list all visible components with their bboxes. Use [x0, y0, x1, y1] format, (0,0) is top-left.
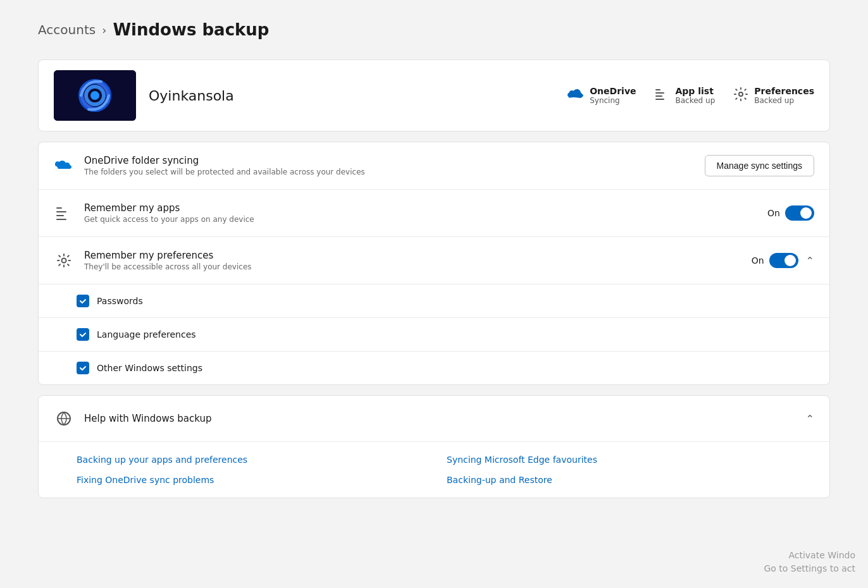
preferences-chevron-icon[interactable]: ⌃	[806, 255, 814, 267]
help-link-2[interactable]: Fixing OneDrive sync problems	[77, 475, 421, 485]
preferences-toggle-label: On	[752, 255, 764, 266]
other-settings-label: Other Windows settings	[97, 363, 202, 373]
onedrive-label: OneDrive	[590, 86, 636, 96]
breadcrumb-current: Windows backup	[113, 20, 269, 39]
onedrive-setting-icon	[54, 156, 74, 176]
preferences-desc: They'll be accessible across all your de…	[84, 262, 741, 271]
preferences-toggle[interactable]	[769, 253, 798, 268]
manage-sync-button[interactable]: Manage sync settings	[705, 155, 814, 176]
help-links: Backing up your apps and preferences Syn…	[39, 442, 829, 498]
language-checkbox-row: Language preferences	[39, 318, 829, 352]
applist-status: App list Backed up	[655, 86, 716, 105]
svg-rect-11	[56, 215, 64, 216]
preferences-action: On ⌃	[752, 253, 814, 268]
svg-point-8	[739, 92, 743, 96]
passwords-checkbox-row: Passwords	[39, 285, 829, 318]
help-title: Help with Windows backup	[84, 413, 212, 424]
svg-rect-4	[655, 89, 660, 90]
help-icon	[54, 408, 74, 429]
apps-setting-row: Remember my apps Get quick access to you…	[39, 190, 829, 237]
help-chevron-icon[interactable]: ⌃	[806, 413, 814, 425]
onedrive-status-text: OneDrive Syncing	[590, 86, 636, 105]
applist-sub: Backed up	[676, 96, 716, 105]
watermark-line2: Go to Settings to act	[764, 562, 855, 575]
applist-icon	[655, 88, 669, 104]
preferences-title: Remember my preferences	[84, 250, 741, 261]
applist-status-text: App list Backed up	[676, 86, 716, 105]
apps-setting-text: Remember my apps Get quick access to you…	[84, 202, 757, 224]
svg-rect-9	[56, 207, 62, 209]
onedrive-setting-row: OneDrive folder syncing The folders you …	[39, 142, 829, 190]
svg-point-13	[62, 259, 66, 263]
preferences-sub: Backed up	[754, 96, 814, 105]
language-label: Language preferences	[97, 329, 196, 340]
onedrive-sub: Syncing	[590, 96, 636, 105]
apps-setting-icon	[54, 203, 74, 223]
profile-name: Oyinkansola	[149, 88, 554, 104]
preferences-icon	[734, 87, 748, 104]
activate-watermark: Activate Windo Go to Settings to act	[764, 549, 855, 575]
preferences-status-text: Preferences Backed up	[754, 86, 814, 105]
svg-rect-7	[655, 99, 664, 100]
onedrive-setting-text: OneDrive folder syncing The folders you …	[84, 155, 695, 176]
passwords-label: Passwords	[97, 296, 143, 306]
breadcrumb: Accounts › Windows backup	[38, 20, 830, 39]
help-header: Help with Windows backup ⌃	[39, 396, 829, 442]
svg-rect-5	[655, 92, 664, 94]
help-link-1[interactable]: Syncing Microsoft Edge favourites	[447, 455, 791, 465]
onedrive-title: OneDrive folder syncing	[84, 155, 695, 166]
backup-status-row: OneDrive Syncing App list Backed up	[567, 86, 814, 105]
svg-rect-6	[655, 95, 662, 97]
profile-header: Oyinkansola OneDrive Syncing	[38, 59, 830, 132]
applist-label: App list	[676, 86, 716, 96]
breadcrumb-accounts[interactable]: Accounts	[38, 22, 96, 37]
language-checkbox[interactable]	[77, 328, 89, 341]
watermark-line1: Activate Windo	[764, 549, 855, 562]
apps-action: On	[767, 205, 814, 221]
help-link-3[interactable]: Backing-up and Restore	[447, 475, 791, 485]
svg-point-3	[90, 91, 99, 100]
onedrive-desc: The folders you select will be protected…	[84, 168, 695, 176]
preferences-setting-icon	[54, 250, 74, 271]
other-settings-checkbox[interactable]	[77, 362, 89, 374]
help-section: Help with Windows backup ⌃ Backing up yo…	[38, 395, 830, 498]
other-settings-checkbox-row: Other Windows settings	[39, 352, 829, 384]
apps-toggle-label: On	[767, 208, 780, 218]
passwords-checkbox[interactable]	[77, 295, 89, 307]
avatar	[54, 70, 136, 121]
preferences-setting-row: Remember my preferences They'll be acces…	[39, 237, 829, 285]
help-link-0[interactable]: Backing up your apps and preferences	[77, 455, 421, 465]
breadcrumb-separator: ›	[102, 23, 106, 37]
onedrive-icon	[567, 88, 583, 104]
onedrive-action: Manage sync settings	[705, 155, 814, 176]
settings-sections: OneDrive folder syncing The folders you …	[38, 142, 830, 385]
preferences-label: Preferences	[754, 86, 814, 96]
svg-rect-10	[56, 211, 66, 212]
preferences-status: Preferences Backed up	[734, 86, 814, 105]
apps-toggle-wrapper: On	[767, 205, 814, 221]
preferences-setting-text: Remember my preferences They'll be acces…	[84, 250, 741, 271]
apps-toggle[interactable]	[785, 205, 814, 221]
apps-desc: Get quick access to your apps on any dev…	[84, 215, 757, 224]
svg-rect-12	[56, 219, 66, 220]
preferences-toggle-wrapper: On	[752, 253, 798, 268]
onedrive-status: OneDrive Syncing	[567, 86, 636, 105]
apps-title: Remember my apps	[84, 202, 757, 214]
